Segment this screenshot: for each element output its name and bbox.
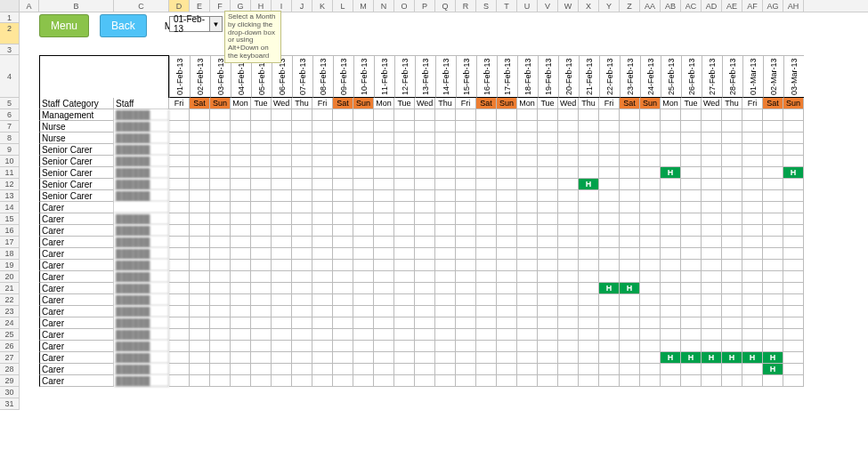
schedule-cell[interactable] (190, 283, 210, 294)
schedule-cell[interactable] (599, 156, 620, 167)
schedule-cell[interactable] (169, 225, 190, 237)
schedule-cell[interactable] (415, 225, 435, 237)
schedule-cell[interactable] (190, 352, 210, 364)
schedule-cell[interactable] (476, 283, 497, 294)
schedule-cell[interactable] (456, 121, 476, 133)
row-header-5[interactable]: 5 (0, 98, 20, 109)
schedule-cell[interactable] (353, 283, 374, 294)
schedule-cell[interactable] (681, 167, 702, 179)
col-header-U[interactable]: U (517, 0, 538, 12)
schedule-cell[interactable] (251, 352, 272, 364)
schedule-cell[interactable] (722, 317, 742, 329)
schedule-cell[interactable] (210, 352, 231, 364)
schedule-cell[interactable] (251, 283, 272, 294)
schedule-cell[interactable] (333, 190, 353, 202)
schedule-cell[interactable] (620, 341, 640, 352)
schedule-cell[interactable] (599, 133, 620, 144)
schedule-cell[interactable] (783, 109, 804, 121)
schedule-cell[interactable] (476, 144, 497, 156)
cell-blank[interactable] (333, 44, 353, 55)
schedule-cell[interactable] (579, 156, 599, 167)
schedule-cell[interactable] (620, 213, 640, 225)
schedule-cell[interactable] (292, 190, 312, 202)
schedule-cell[interactable] (374, 352, 394, 364)
schedule-cell[interactable] (272, 167, 292, 179)
schedule-cell[interactable] (435, 190, 456, 202)
schedule-cell[interactable] (620, 190, 640, 202)
cell-blank[interactable] (435, 12, 456, 23)
schedule-cell[interactable]: H (783, 167, 804, 179)
schedule-cell[interactable] (394, 306, 415, 317)
schedule-cell[interactable] (538, 190, 558, 202)
schedule-cell[interactable] (681, 341, 702, 352)
schedule-cell[interactable] (456, 294, 476, 306)
schedule-cell[interactable] (415, 317, 435, 329)
schedule-cell[interactable] (456, 317, 476, 329)
schedule-cell[interactable] (497, 271, 517, 283)
schedule-cell[interactable] (292, 329, 312, 341)
schedule-cell[interactable] (333, 352, 353, 364)
schedule-cell[interactable] (251, 375, 272, 387)
schedule-cell[interactable] (702, 156, 722, 167)
schedule-cell[interactable] (497, 179, 517, 190)
schedule-cell[interactable] (702, 271, 722, 283)
cell-blank[interactable] (702, 44, 722, 55)
schedule-cell[interactable] (620, 329, 640, 341)
cell-blank[interactable] (456, 12, 476, 23)
cell-blank[interactable] (517, 12, 538, 23)
cell-blank[interactable] (620, 12, 640, 23)
schedule-cell[interactable] (415, 294, 435, 306)
schedule-cell[interactable] (661, 375, 681, 387)
row-header-14[interactable]: 14 (0, 202, 20, 213)
schedule-cell[interactable] (190, 375, 210, 387)
schedule-cell[interactable] (497, 283, 517, 294)
schedule-cell[interactable] (640, 260, 661, 271)
schedule-cell[interactable] (231, 329, 251, 341)
schedule-cell[interactable] (333, 156, 353, 167)
schedule-cell[interactable] (333, 225, 353, 237)
schedule-cell[interactable] (497, 109, 517, 121)
schedule-cell[interactable] (783, 121, 804, 133)
col-header-X[interactable]: X (579, 0, 599, 12)
schedule-cell[interactable] (292, 248, 312, 260)
schedule-cell[interactable] (742, 306, 763, 317)
schedule-cell[interactable] (599, 248, 620, 260)
cell-blank[interactable] (292, 23, 312, 44)
schedule-cell[interactable] (517, 179, 538, 190)
schedule-cell[interactable] (231, 225, 251, 237)
schedule-cell[interactable] (415, 352, 435, 364)
schedule-cell[interactable] (783, 248, 804, 260)
schedule-cell[interactable] (210, 306, 231, 317)
schedule-cell[interactable] (353, 364, 374, 375)
col-header-W[interactable]: W (558, 0, 579, 12)
schedule-cell[interactable] (394, 364, 415, 375)
col-header-AF[interactable]: AF (742, 0, 763, 12)
schedule-cell[interactable] (394, 133, 415, 144)
schedule-cell[interactable] (476, 364, 497, 375)
schedule-cell[interactable] (415, 167, 435, 179)
schedule-cell[interactable] (783, 133, 804, 144)
schedule-cell[interactable] (169, 167, 190, 179)
schedule-cell[interactable] (538, 225, 558, 237)
cell-blank[interactable] (742, 12, 763, 23)
schedule-cell[interactable] (722, 144, 742, 156)
schedule-cell[interactable] (353, 202, 374, 213)
cell-blank[interactable] (599, 44, 620, 55)
schedule-cell[interactable] (722, 121, 742, 133)
schedule-cell[interactable] (661, 202, 681, 213)
schedule-cell[interactable] (538, 317, 558, 329)
schedule-cell[interactable] (742, 364, 763, 375)
schedule-cell[interactable] (497, 306, 517, 317)
schedule-cell[interactable] (599, 225, 620, 237)
schedule-cell[interactable] (169, 156, 190, 167)
schedule-cell[interactable] (763, 156, 783, 167)
schedule-cell[interactable] (783, 375, 804, 387)
schedule-cell[interactable] (661, 237, 681, 248)
schedule-cell[interactable] (722, 306, 742, 317)
schedule-cell[interactable] (640, 167, 661, 179)
schedule-cell[interactable] (374, 341, 394, 352)
schedule-cell[interactable] (333, 329, 353, 341)
schedule-cell[interactable] (374, 167, 394, 179)
schedule-cell[interactable] (661, 294, 681, 306)
schedule-cell[interactable] (456, 190, 476, 202)
